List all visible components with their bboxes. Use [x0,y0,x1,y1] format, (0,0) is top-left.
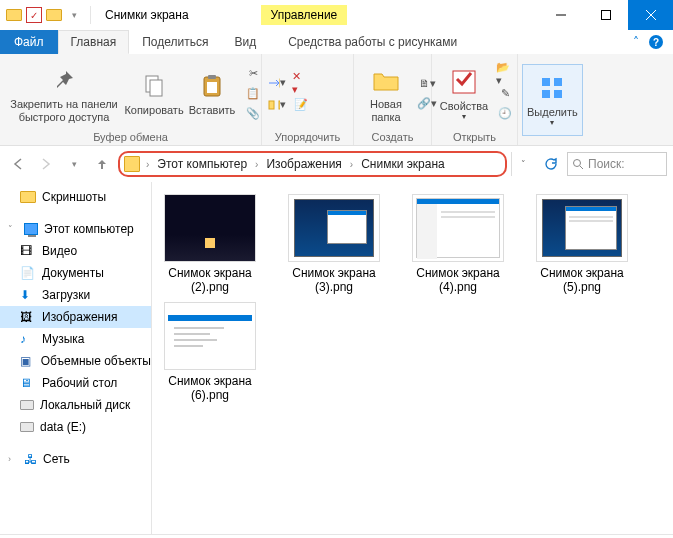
tree-item-pictures[interactable]: 🖼Изображения [0,306,151,328]
pc-icon [24,223,38,235]
tab-share[interactable]: Поделиться [129,30,221,54]
forward-button[interactable] [34,152,58,176]
group-organize-label: Упорядочить [266,131,349,145]
tab-home[interactable]: Главная [58,30,130,54]
drive-icon [20,400,34,410]
tree-item-local-disk[interactable]: Локальный диск [0,394,151,416]
cut-icon[interactable]: ✂ [244,66,262,82]
back-button[interactable] [6,152,30,176]
svg-rect-14 [554,78,562,86]
edit-icon[interactable]: ✎ [496,86,514,102]
tab-picture-tools[interactable]: Средства работы с рисунками [275,30,470,54]
copy-to-icon[interactable]: ▾ [268,97,286,113]
file-name: Снимок экрана (4).png [408,266,508,294]
breadcrumb[interactable]: › Этот компьютер › Изображения › Снимки … [118,151,507,177]
crumb-this-pc[interactable]: Этот компьютер [151,157,253,171]
rename-icon[interactable]: 📝 [292,97,310,113]
file-item[interactable]: Снимок экрана (6).png [160,302,260,402]
crumb-screenshots[interactable]: Снимки экрана [355,157,451,171]
file-name: Снимок экрана (3).png [284,266,384,294]
quick-access-toolbar: ✓ ▾ [0,0,88,30]
ribbon-tabs: Файл Главная Поделиться Вид Средства раб… [0,30,673,54]
svg-rect-11 [279,101,280,109]
minimize-button[interactable] [538,0,583,30]
file-name: Снимок экрана (6).png [160,374,260,402]
file-item[interactable]: Снимок экрана (4).png [408,194,508,294]
ribbon-collapse-icon[interactable]: ˄ [633,35,639,49]
svg-rect-13 [542,78,550,86]
properties-button[interactable]: Свойства▾ [436,58,492,130]
recent-locations-button[interactable]: ▾ [62,152,86,176]
svg-rect-8 [207,82,217,93]
refresh-button[interactable] [539,152,563,176]
address-dropdown[interactable]: ˅ [511,152,535,176]
address-bar-row: ▾ › Этот компьютер › Изображения › Снимк… [0,146,673,182]
qat-dropdown-icon[interactable]: ▾ [66,7,82,23]
svg-rect-15 [542,90,550,98]
search-icon [572,158,584,170]
new-folder-button[interactable]: Новая папка [358,58,414,130]
tab-file[interactable]: Файл [0,30,58,54]
folder-icon [6,7,22,23]
group-open-label: Открыть [436,131,513,145]
desktop-icon: 🖥 [20,376,36,390]
paste-button[interactable]: Вставить [184,58,240,130]
chevron-right-icon[interactable]: › [253,159,260,170]
svg-line-18 [580,166,583,169]
tab-view[interactable]: Вид [221,30,269,54]
thumbnail [536,194,628,262]
qat-checkbox-icon[interactable]: ✓ [26,7,42,23]
paste-shortcut-icon[interactable]: 📎 [244,106,262,122]
close-button[interactable] [628,0,673,30]
tree-item-videos[interactable]: 🎞Видео [0,240,151,262]
tree-item-this-pc[interactable]: ˅Этот компьютер [0,218,151,240]
search-input[interactable]: Поиск: [567,152,667,176]
help-icon[interactable]: ? [649,35,663,49]
properties-icon [448,66,480,98]
history-icon[interactable]: 🕘 [496,106,514,122]
file-item[interactable]: Снимок экрана (3).png [284,194,384,294]
thumbnail [288,194,380,262]
copy-icon [138,70,170,102]
svg-rect-10 [269,101,274,109]
move-to-icon[interactable]: ▾ [268,75,286,91]
crumb-pictures[interactable]: Изображения [260,157,347,171]
copy-button[interactable]: Копировать [126,58,182,130]
ribbon: Закрепить на панели быстрого доступа Коп… [0,54,673,146]
maximize-button[interactable] [583,0,628,30]
tree-item-screenshots[interactable]: Скриншоты [0,186,151,208]
delete-icon[interactable]: ✕ ▾ [292,75,310,91]
file-item[interactable]: Снимок экрана (5).png [532,194,632,294]
svg-rect-1 [601,11,610,20]
thumbnail [164,302,256,370]
group-clipboard-label: Буфер обмена [4,131,257,145]
paste-icon [196,70,228,102]
tree-item-network[interactable]: ›🖧Сеть [0,448,151,470]
chevron-right-icon[interactable]: › [144,159,151,170]
tree-item-3d-objects[interactable]: ▣Объемные объекты [0,350,151,372]
copy-path-icon[interactable]: 📋 [244,86,262,102]
open-icon[interactable]: 📂▾ [496,66,514,82]
tree-item-desktop[interactable]: 🖥Рабочий стол [0,372,151,394]
contextual-tab-label: Управление [261,5,348,25]
chevron-right-icon[interactable]: ˅ [8,224,18,234]
chevron-right-icon[interactable]: › [348,159,355,170]
file-list: Снимок экрана (2).png Снимок экрана (3).… [152,182,673,534]
pin-button[interactable]: Закрепить на панели быстрого доступа [4,58,124,130]
folder-icon [124,156,140,172]
tree-item-documents[interactable]: 📄Документы [0,262,151,284]
network-icon: 🖧 [24,452,37,467]
video-icon: 🎞 [20,244,36,258]
file-name: Снимок экрана (5).png [532,266,632,294]
navigation-tree: Скриншоты ˅Этот компьютер 🎞Видео 📄Докуме… [0,182,152,534]
document-icon: 📄 [20,266,36,280]
tree-item-downloads[interactable]: ⬇Загрузки [0,284,151,306]
tree-item-music[interactable]: ♪Музыка [0,328,151,350]
up-button[interactable] [90,152,114,176]
tree-item-data-e[interactable]: data (E:) [0,416,151,438]
status-bar: Элементов: 5 [0,534,673,538]
select-button[interactable]: Выделить▾ [522,64,583,136]
thumbnail [412,194,504,262]
chevron-right-icon[interactable]: › [8,454,18,464]
file-item[interactable]: Снимок экрана (2).png [160,194,260,294]
